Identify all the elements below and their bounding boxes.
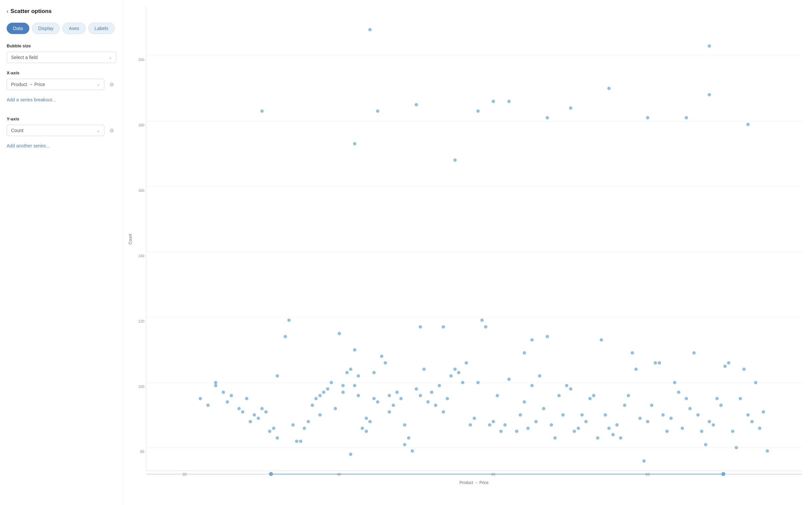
scatter-dot[interactable] bbox=[453, 158, 457, 162]
scatter-dot[interactable] bbox=[214, 381, 217, 384]
scatter-dot[interactable] bbox=[746, 413, 750, 416]
scatter-dot[interactable] bbox=[419, 325, 422, 329]
scatter-dot[interactable] bbox=[681, 427, 684, 430]
scatter-dot[interactable] bbox=[307, 420, 310, 423]
scatter-dot[interactable] bbox=[542, 407, 545, 410]
scatter-dot[interactable] bbox=[654, 361, 657, 365]
scatter-dot[interactable] bbox=[569, 387, 572, 390]
scatter-dot[interactable] bbox=[708, 44, 711, 48]
scatter-dot[interactable] bbox=[708, 93, 711, 97]
scatter-dot[interactable] bbox=[534, 420, 538, 423]
scatter-dot[interactable] bbox=[449, 374, 453, 378]
scatter-dot[interactable] bbox=[746, 123, 750, 126]
scatter-dot[interactable] bbox=[341, 384, 345, 387]
scatter-dot[interactable] bbox=[615, 423, 619, 427]
scatter-dot[interactable] bbox=[584, 420, 588, 423]
scatter-dot[interactable] bbox=[519, 413, 522, 416]
scatter-dot[interactable] bbox=[507, 378, 511, 381]
scatter-dot[interactable] bbox=[723, 365, 727, 368]
scatter-dot[interactable] bbox=[403, 423, 406, 427]
scatter-dot[interactable] bbox=[291, 423, 295, 427]
scatter-dot[interactable] bbox=[260, 110, 264, 113]
scatter-dot[interactable] bbox=[638, 416, 642, 420]
scatter-dot[interactable] bbox=[345, 371, 349, 374]
scatter-dot[interactable] bbox=[206, 403, 210, 407]
scatter-dot[interactable] bbox=[465, 361, 468, 365]
y-axis-settings-icon[interactable]: ⚙ bbox=[107, 126, 116, 135]
scatter-dot[interactable] bbox=[515, 430, 518, 433]
scatter-dot[interactable] bbox=[692, 351, 696, 355]
scatter-dot[interactable] bbox=[357, 394, 360, 397]
scatter-dot[interactable] bbox=[415, 387, 418, 390]
scatter-dot[interactable] bbox=[526, 427, 530, 430]
scatter-dot[interactable] bbox=[199, 397, 202, 400]
scatter-dot[interactable] bbox=[249, 420, 252, 423]
scatter-dot[interactable] bbox=[607, 87, 611, 90]
scatter-dot[interactable] bbox=[523, 351, 526, 355]
scatter-dot[interactable] bbox=[735, 446, 738, 449]
back-button[interactable]: ‹ Scatter options bbox=[7, 8, 116, 15]
scatter-dot[interactable] bbox=[480, 319, 484, 322]
scatter-dot[interactable] bbox=[631, 351, 634, 355]
scatter-dot[interactable] bbox=[496, 394, 499, 397]
scatter-dot[interactable] bbox=[530, 384, 534, 387]
scatter-dot[interactable] bbox=[677, 390, 680, 394]
scatter-dot[interactable] bbox=[492, 100, 495, 103]
scatter-dot[interactable] bbox=[503, 423, 507, 427]
scatter-dot[interactable] bbox=[214, 384, 217, 387]
scatter-dot[interactable] bbox=[658, 361, 661, 365]
tab-display[interactable]: Display bbox=[32, 23, 60, 34]
scatter-dot[interactable] bbox=[596, 436, 599, 440]
scatter-dot[interactable] bbox=[669, 416, 673, 420]
scatter-dot[interactable] bbox=[546, 116, 549, 120]
scatter-dot[interactable] bbox=[326, 387, 329, 390]
scatter-dot[interactable] bbox=[665, 430, 669, 433]
scatter-dot[interactable] bbox=[642, 459, 646, 463]
scatter-dot[interactable] bbox=[299, 440, 302, 443]
scatter-dot[interactable] bbox=[685, 116, 688, 120]
scatter-dot[interactable] bbox=[230, 394, 233, 397]
scatter-dot[interactable] bbox=[607, 427, 611, 430]
scatter-dot[interactable] bbox=[627, 394, 630, 397]
scatter-dot[interactable] bbox=[260, 407, 264, 410]
scatter-dot[interactable] bbox=[241, 410, 244, 413]
scatter-dot[interactable] bbox=[222, 390, 225, 394]
scatter-dot[interactable] bbox=[376, 110, 379, 113]
scatter-dot[interactable] bbox=[704, 443, 707, 446]
x-axis-dropdown[interactable]: Product → Price ⌄ bbox=[7, 79, 104, 90]
scatter-dot[interactable] bbox=[473, 416, 476, 420]
scatter-dot[interactable] bbox=[388, 394, 391, 397]
scatter-dot[interactable] bbox=[245, 397, 248, 400]
scatter-dot[interactable] bbox=[322, 390, 325, 394]
scatter-dot[interactable] bbox=[619, 436, 622, 440]
scatter-dot[interactable] bbox=[341, 390, 345, 394]
scatter-dot[interactable] bbox=[758, 427, 761, 430]
scatter-dot[interactable] bbox=[403, 443, 406, 446]
scatter-dot[interactable] bbox=[384, 361, 387, 365]
scatter-dot[interactable] bbox=[762, 410, 765, 413]
scatter-dot[interactable] bbox=[754, 381, 757, 384]
scatter-dot[interactable] bbox=[276, 436, 279, 440]
scatter-dot[interactable] bbox=[446, 397, 449, 400]
scatter-dot[interactable] bbox=[314, 397, 318, 400]
scatter-dot[interactable] bbox=[287, 319, 291, 322]
scatter-dot[interactable] bbox=[380, 355, 383, 358]
scatter-dot[interactable] bbox=[264, 410, 268, 413]
scatter-dot[interactable] bbox=[295, 440, 298, 443]
scatter-dot[interactable] bbox=[600, 338, 603, 342]
scatter-dot[interactable] bbox=[311, 403, 314, 407]
scatter-dot[interactable] bbox=[573, 430, 576, 433]
scatter-dot[interactable] bbox=[411, 449, 414, 453]
scatter-dot[interactable] bbox=[499, 430, 503, 433]
tab-labels[interactable]: Labels bbox=[88, 23, 115, 34]
scatter-dot[interactable] bbox=[434, 403, 437, 407]
scatter-dot[interactable] bbox=[623, 403, 626, 407]
scatter-dot[interactable] bbox=[395, 390, 399, 394]
scatter-dot[interactable] bbox=[368, 420, 372, 423]
scatter-dot[interactable] bbox=[372, 397, 376, 400]
scatter-dot[interactable] bbox=[731, 430, 734, 433]
scatter-dot[interactable] bbox=[476, 381, 480, 384]
scatter-dot[interactable] bbox=[739, 397, 742, 400]
scatter-dot[interactable] bbox=[604, 413, 607, 416]
scatter-dot[interactable] bbox=[492, 420, 495, 423]
